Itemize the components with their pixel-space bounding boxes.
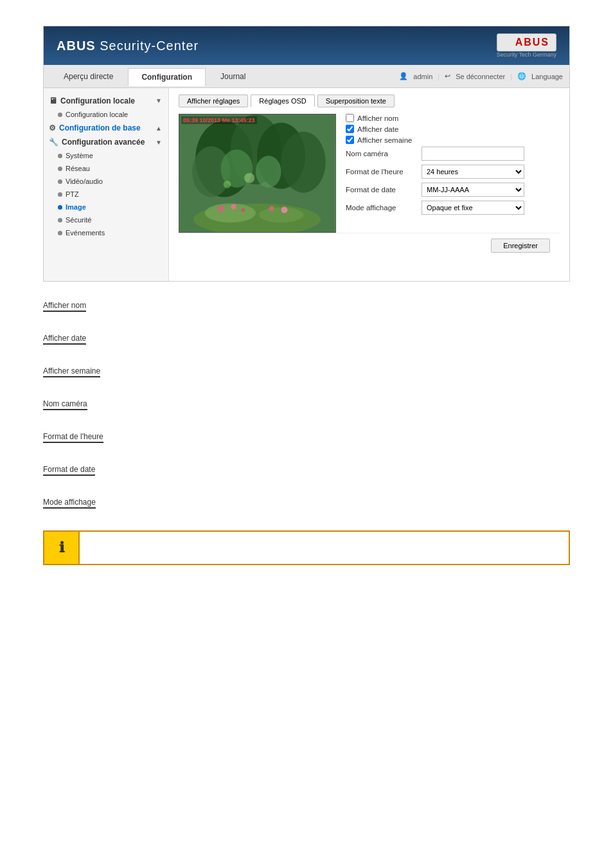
row-format-date: Format de date MM-JJ-AAAA JJ-MM-AAAA AAA… <box>346 183 560 197</box>
sidebar-video-label: Vidéo/audio <box>66 177 103 185</box>
text-underline-2: Afficher date <box>43 334 86 345</box>
text-underline-3: Afficher semaine <box>43 366 100 377</box>
text-underline-6: Format de date <box>43 465 95 476</box>
label-format-date: Format de date <box>346 186 416 194</box>
content-area: 🖥 Configuration locale ▼ Configuration l… <box>44 88 569 281</box>
sidebar-ptz-label: PTZ <box>66 190 79 198</box>
select-format-heure[interactable]: 24 heures 12 heures <box>422 165 524 179</box>
nav-language[interactable]: Language <box>531 73 563 80</box>
sidebar-item-config-locale-sub[interactable]: Configuration locale <box>44 108 168 121</box>
svg-point-13 <box>241 208 245 212</box>
nav-bar: Aperçu directe Configuration Journal adm… <box>44 65 569 88</box>
sidebar-item-config-base[interactable]: ⚙ Configuration de base ▲ <box>44 121 168 135</box>
svg-point-7 <box>256 156 281 187</box>
sidebar-config-locale-sub-label: Configuration locale <box>66 111 128 118</box>
label-format-heure: Format de l'heure <box>346 168 416 176</box>
nav-logout[interactable]: Se déconnecter <box>456 73 505 80</box>
logo-subtitle: Security Tech Germany <box>497 51 556 58</box>
tab-configuration[interactable]: Configuration <box>128 68 206 86</box>
save-button[interactable]: Enregistrer <box>491 239 550 253</box>
text-block-2: Afficher date <box>43 334 570 348</box>
svg-point-17 <box>224 181 231 188</box>
dot-icon-reseau <box>58 167 62 171</box>
svg-point-12 <box>231 204 236 209</box>
chevron-up-icon: ▲ <box>155 125 162 132</box>
checkbox-afficher-nom[interactable] <box>346 114 354 122</box>
text-block-1: Afficher nom <box>43 301 570 316</box>
input-nom-camera[interactable] <box>422 147 524 161</box>
label-afficher-semaine: Afficher semaine <box>357 136 412 144</box>
toolbar: Afficher réglages Réglages OSD Superposi… <box>179 95 560 107</box>
sidebar-item-ptz[interactable]: PTZ <box>44 188 168 201</box>
abus-logo: ABUS <box>497 33 556 51</box>
btn-reglages-osd[interactable]: Réglages OSD <box>251 95 314 107</box>
checkbox-row-afficher-nom: Afficher nom <box>346 114 560 122</box>
text-block-4: Nom caméra <box>43 399 570 414</box>
btn-afficher-reglages[interactable]: Afficher réglages <box>179 95 248 107</box>
main-content: Afficher réglages Réglages OSD Superposi… <box>169 88 569 281</box>
text-block-5: Format de l'heure <box>43 432 570 447</box>
btn-superposition-texte[interactable]: Superposition texte <box>317 95 395 107</box>
sidebar-securite-label: Sécurité <box>66 216 91 224</box>
sidebar-reseau-label: Réseau <box>66 165 90 172</box>
sidebar-item-config-locale-parent[interactable]: 🖥 Configuration locale ▼ <box>44 93 168 108</box>
row-format-heure: Format de l'heure 24 heures 12 heures <box>346 165 560 179</box>
text-underline-4: Nom caméra <box>43 399 87 410</box>
svg-point-5 <box>281 132 326 193</box>
checkbox-row-afficher-date: Afficher date <box>346 125 560 133</box>
nav-user[interactable]: admin <box>413 73 432 80</box>
svg-point-10 <box>259 207 303 222</box>
dot-icon-evenements <box>58 231 62 235</box>
app-title: ABUS Security-Center <box>57 39 199 53</box>
sidebar-config-base-label: Configuration de base <box>59 123 141 132</box>
sidebar-item-securite[interactable]: Sécurité <box>44 213 168 226</box>
checkbox-row-afficher-semaine: Afficher semaine <box>346 136 560 144</box>
settings-area: 05:39 10/2013 Me 13:45:23 Afficher nom A… <box>179 114 560 233</box>
svg-point-15 <box>281 206 288 213</box>
tab-journal[interactable]: Journal <box>207 68 259 86</box>
dot-icon-image <box>58 205 62 210</box>
sidebar-item-config-avancee[interactable]: 🔧 Configuration avancée ▼ <box>44 135 168 149</box>
globe-icon <box>517 72 526 80</box>
svg-point-9 <box>205 203 256 222</box>
text-underline-7: Mode affichage <box>43 498 96 509</box>
osd-settings: Afficher nom Afficher date Afficher sema… <box>346 114 560 233</box>
separator-1: | <box>438 73 440 80</box>
label-afficher-date: Afficher date <box>357 125 398 133</box>
sidebar-item-reseau[interactable]: Réseau <box>44 162 168 175</box>
info-icon: ℹ <box>59 539 64 556</box>
text-block-7: Mode affichage <box>43 498 570 512</box>
select-mode-affichage[interactable]: Opaque et fixe Transparent Clignotant <box>422 201 524 215</box>
checkbox-afficher-semaine[interactable] <box>346 136 354 144</box>
dot-icon-ptz <box>58 192 62 197</box>
text-underline-5: Format de l'heure <box>43 432 103 443</box>
sidebar-item-systeme[interactable]: Système <box>44 149 168 162</box>
separator-2: | <box>510 73 512 80</box>
dot-icon <box>58 113 62 117</box>
label-afficher-nom: Afficher nom <box>357 114 398 122</box>
label-mode-affichage: Mode affichage <box>346 204 416 212</box>
config-local-icon: 🖥 <box>49 96 57 105</box>
sidebar-item-evenements[interactable]: Evénements <box>44 226 168 239</box>
checkbox-afficher-date[interactable] <box>346 125 354 133</box>
row-mode-affichage: Mode affichage Opaque et fixe Transparen… <box>346 201 560 215</box>
notice-content <box>80 543 569 553</box>
tab-apercu[interactable]: Aperçu directe <box>50 68 127 86</box>
config-base-icon: ⚙ <box>49 123 56 132</box>
sidebar: 🖥 Configuration locale ▼ Configuration l… <box>44 88 169 281</box>
sidebar-evenements-label: Evénements <box>66 229 105 237</box>
dot-icon-systeme <box>58 154 62 158</box>
select-format-date[interactable]: MM-JJ-AAAA JJ-MM-AAAA AAAA-MM-JJ <box>422 183 524 197</box>
text-underline-1: Afficher nom <box>43 301 86 312</box>
sidebar-systeme-label: Système <box>66 152 93 159</box>
camera-preview: 05:39 10/2013 Me 13:45:23 <box>179 114 336 233</box>
text-block-6: Format de date <box>43 465 570 480</box>
sidebar-item-video-audio[interactable]: Vidéo/audio <box>44 175 168 188</box>
notice-box: ℹ <box>43 530 570 565</box>
sidebar-config-locale-label: Configuration locale <box>60 96 135 105</box>
svg-point-16 <box>244 173 254 183</box>
sidebar-item-image[interactable]: Image <box>44 201 168 213</box>
dot-icon-video <box>58 179 62 184</box>
row-nom-camera: Nom caméra <box>346 147 560 161</box>
chevron-down-icon-2: ▼ <box>155 139 162 146</box>
